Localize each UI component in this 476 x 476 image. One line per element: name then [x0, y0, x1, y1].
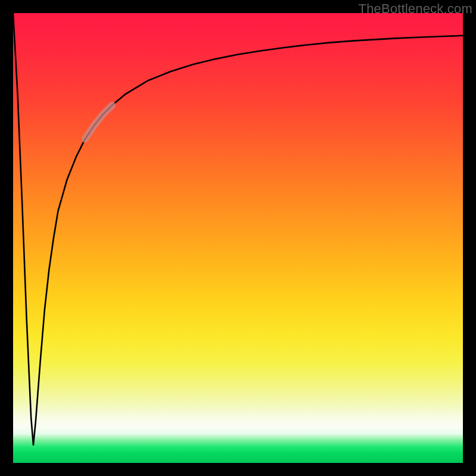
plot-area — [13, 13, 463, 463]
chart-frame: TheBottleneck.com — [0, 0, 476, 476]
watermark-text: TheBottleneck.com — [358, 1, 472, 17]
highlighted-segment — [85, 105, 112, 139]
bottleneck-curve — [13, 13, 463, 445]
curve-layer — [13, 13, 463, 463]
